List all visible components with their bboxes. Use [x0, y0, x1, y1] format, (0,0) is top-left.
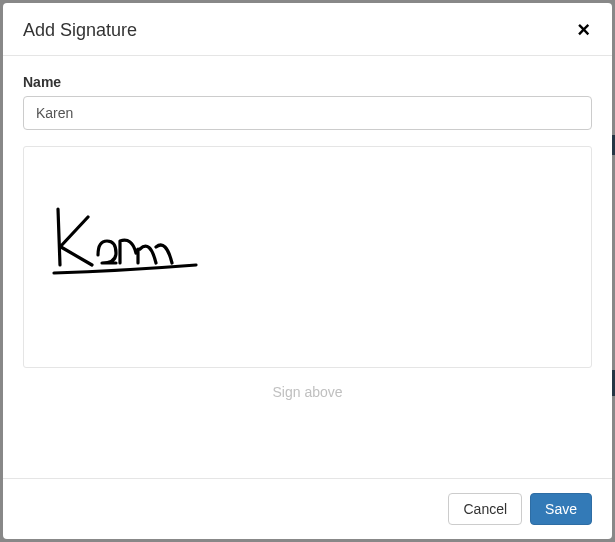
- cancel-button[interactable]: Cancel: [448, 493, 522, 525]
- signature-section: Sign above: [23, 146, 592, 400]
- signature-caption: Sign above: [23, 384, 592, 400]
- name-input[interactable]: [23, 96, 592, 130]
- add-signature-modal: Add Signature × Name Sign above Cancel S…: [3, 3, 612, 539]
- modal-footer: Cancel Save: [3, 478, 612, 539]
- modal-title: Add Signature: [23, 20, 137, 41]
- modal-header: Add Signature ×: [3, 3, 612, 55]
- signature-stroke: [50, 197, 230, 307]
- signature-canvas[interactable]: [23, 146, 592, 368]
- close-button[interactable]: ×: [575, 19, 592, 41]
- save-button[interactable]: Save: [530, 493, 592, 525]
- modal-body: Name Sign above: [3, 55, 612, 478]
- name-label: Name: [23, 74, 592, 90]
